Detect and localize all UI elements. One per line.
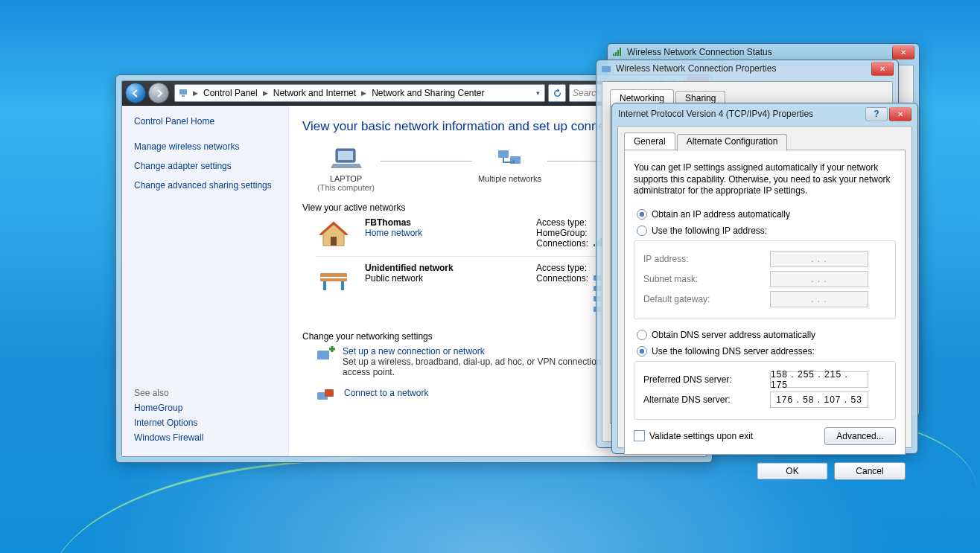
alternate-dns-field[interactable]: 176 . 58 . 107 . 53 — [770, 391, 868, 408]
svg-rect-19 — [325, 389, 334, 397]
home-icon — [316, 217, 351, 250]
forward-button[interactable] — [148, 83, 169, 103]
help-button[interactable]: ? — [865, 107, 888, 121]
dns-group: Preferred DNS server: 158 . 255 . 215 . … — [634, 361, 896, 420]
close-button[interactable]: ✕ — [871, 62, 894, 76]
sidebar-link[interactable]: Manage wireless networks — [134, 141, 279, 152]
svg-rect-12 — [341, 281, 344, 290]
svg-rect-10 — [320, 278, 347, 281]
default-gateway-field: . . . — [770, 291, 868, 307]
network-center-icon — [178, 87, 190, 99]
tab-alternate[interactable]: Alternate Configuration — [677, 134, 788, 151]
radio-icon — [637, 346, 647, 357]
network-name: Unidentified network — [365, 263, 523, 273]
ip-address-label: IP address: — [643, 254, 770, 264]
connect-icon — [316, 388, 337, 406]
svg-rect-9 — [320, 273, 347, 277]
default-gateway-label: Default gateway: — [643, 294, 770, 304]
chevron-right-icon[interactable]: ▶ — [261, 89, 270, 97]
tab-general[interactable]: General — [624, 132, 675, 150]
laptop-icon — [330, 144, 363, 174]
ipv4-description: You can get IP settings assigned automat… — [634, 162, 896, 197]
close-button[interactable]: ✕ — [889, 107, 911, 121]
breadcrumb-item[interactable]: Network and Internet — [271, 88, 358, 98]
chevron-down-icon[interactable]: ▾ — [535, 89, 541, 97]
refresh-button[interactable] — [548, 84, 566, 102]
chevron-right-icon[interactable]: ▶ — [191, 89, 200, 97]
radio-dns-auto[interactable]: Obtain DNS server address automatically — [637, 330, 896, 340]
back-button[interactable] — [125, 83, 146, 103]
network-name: FBThomas — [365, 217, 523, 228]
svg-rect-0 — [179, 89, 187, 95]
svg-rect-4 — [498, 150, 509, 158]
advanced-button[interactable]: Advanced... — [824, 427, 896, 445]
status-dialog-title: Wireless Network Connection Status — [627, 47, 772, 57]
svg-rect-17 — [317, 351, 329, 359]
network-type: Public network — [365, 273, 523, 284]
see-also-label: See also — [134, 388, 279, 398]
ip-address-field: . . . — [770, 251, 868, 267]
chevron-right-icon[interactable]: ▶ — [360, 89, 368, 97]
preferred-dns-label: Preferred DNS server: — [643, 374, 770, 385]
node-this-computer: LAPTOP (This computer) — [317, 144, 375, 192]
preferred-dns-field[interactable]: 158 . 255 . 215 . 175 — [770, 371, 868, 388]
radio-ip-auto[interactable]: Obtain an IP address automatically — [637, 209, 896, 220]
alternate-dns-label: Alternate DNS server: — [643, 394, 770, 405]
radio-icon — [637, 330, 647, 340]
signal-icon — [612, 47, 623, 57]
subnet-mask-field: . . . — [770, 271, 868, 287]
svg-rect-20 — [602, 66, 611, 72]
node-multiple-networks: Multiple networks — [478, 144, 541, 192]
radio-ip-manual[interactable]: Use the following IP address: — [637, 226, 896, 236]
subnet-mask-label: Subnet mask: — [643, 274, 770, 284]
breadcrumb[interactable]: ▶ Control Panel ▶ Network and Internet ▶… — [174, 84, 545, 102]
svg-rect-3 — [338, 151, 353, 160]
radio-icon — [637, 209, 647, 220]
validate-checkbox[interactable] — [634, 430, 645, 441]
network-icon — [494, 144, 526, 174]
ipv4-dialog-title: Internet Protocol Version 4 (TCP/IPv4) P… — [618, 109, 813, 119]
adapter-icon — [601, 63, 611, 74]
sidebar-link[interactable]: Change adapter settings — [134, 161, 279, 171]
svg-rect-1 — [182, 95, 185, 97]
task-link[interactable]: Connect to a network — [344, 388, 428, 398]
ipv4-properties-dialog: Internet Protocol Version 4 (TCP/IPv4) P… — [611, 103, 918, 454]
radio-icon — [637, 226, 647, 236]
breadcrumb-item[interactable]: Control Panel — [201, 88, 260, 98]
sidebar-link[interactable]: HomeGroup — [134, 403, 279, 413]
sidebar-link[interactable]: Change advanced sharing settings — [134, 180, 279, 191]
sidebar-link[interactable]: Internet Options — [134, 418, 279, 428]
sidebar: Control Panel Home Manage wireless netwo… — [122, 106, 289, 456]
sidebar-link[interactable]: Windows Firewall — [134, 432, 279, 443]
ok-button[interactable]: OK — [757, 462, 828, 480]
svg-rect-8 — [331, 237, 337, 246]
radio-dns-manual[interactable]: Use the following DNS server addresses: — [637, 346, 896, 357]
bench-icon — [316, 263, 351, 295]
properties-dialog-title: Wireless Network Connection Properties — [616, 63, 776, 74]
task-link[interactable]: Set up a new connection or network — [343, 346, 485, 357]
network-type-link[interactable]: Home network — [365, 228, 422, 238]
ip-address-group: IP address: . . . Subnet mask: . . . Def… — [634, 240, 896, 319]
close-button[interactable]: ✕ — [892, 45, 914, 60]
breadcrumb-item[interactable]: Network and Sharing Center — [369, 88, 486, 98]
validate-label: Validate settings upon exit — [649, 431, 753, 441]
sidebar-home[interactable]: Control Panel Home — [134, 116, 279, 127]
svg-rect-11 — [323, 281, 326, 290]
cancel-button[interactable]: Cancel — [834, 462, 906, 480]
new-connection-icon — [316, 346, 335, 364]
